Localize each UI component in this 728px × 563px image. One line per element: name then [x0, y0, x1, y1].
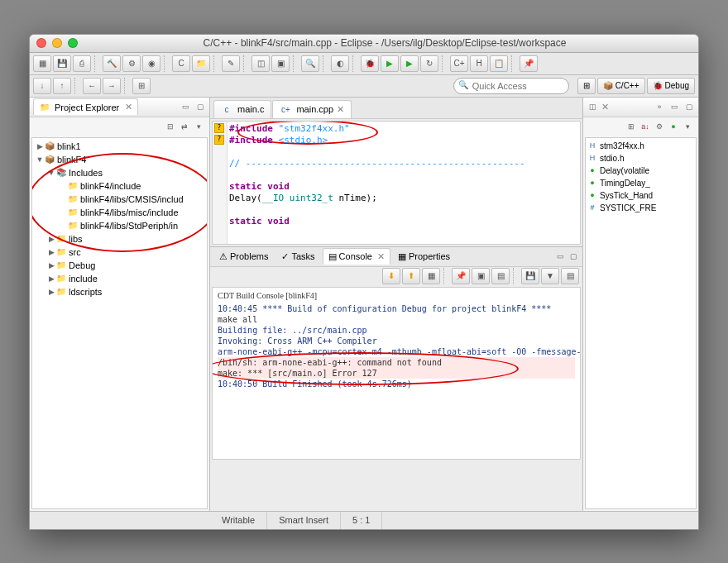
tab-main-cpp[interactable]: c+main.cpp✕: [272, 100, 352, 118]
folder-icon: 📁: [55, 273, 67, 284]
quick-access-input[interactable]: [453, 78, 569, 94]
new-class-button[interactable]: C: [172, 55, 190, 72]
console-header: CDT Build Console [blinkF4]: [218, 291, 575, 300]
new-button[interactable]: ▦: [33, 55, 51, 72]
next-annotation-button[interactable]: ↓: [33, 78, 51, 94]
console-output[interactable]: CDT Build Console [blinkF4] 10:40:45 ***…: [212, 287, 581, 460]
new-console-button[interactable]: ▤: [561, 268, 579, 284]
close-icon[interactable]: ✕: [377, 251, 385, 262]
collapse-all-button[interactable]: ⊟: [165, 121, 176, 132]
eclipse-window: C/C++ - blinkF4/src/main.cpp - Eclipse -…: [29, 34, 699, 530]
tab-main-c[interactable]: cmain.c: [213, 100, 271, 118]
debug-perspective-button[interactable]: 🐞Debug: [647, 78, 695, 94]
menu-button[interactable]: ▾: [682, 121, 693, 132]
libs-folder[interactable]: ▶📁libs: [32, 232, 207, 246]
outline-item[interactable]: ●TimingDelay_: [587, 177, 694, 189]
include-folder[interactable]: ▶📁include: [32, 272, 207, 285]
project-explorer-toolbar: ⊟ ⇄ ▾: [30, 117, 209, 136]
back-button[interactable]: ←: [83, 78, 101, 94]
save-console-button[interactable]: 💾: [521, 268, 539, 284]
minimize-view-button[interactable]: ▭: [180, 101, 191, 112]
titlebar: C/C++ - blinkF4/src/main.cpp - Eclipse -…: [30, 35, 698, 53]
build-button[interactable]: 🔨: [103, 55, 121, 72]
status-position: 5 : 1: [341, 512, 382, 529]
alpha-sort-button[interactable]: a↓: [639, 121, 651, 132]
include-path-0[interactable]: 📁blinkF4/include: [32, 179, 207, 193]
minimize-window-button[interactable]: [52, 38, 62, 48]
outline-item[interactable]: Hstdio.h: [587, 152, 694, 165]
editor-area[interactable]: ? ? #include "stm32f4xx.h" #include <std…: [212, 121, 581, 245]
hide-static-button[interactable]: ●: [668, 121, 679, 132]
pin-button[interactable]: 📌: [520, 55, 538, 72]
debug-button[interactable]: 🐞: [361, 55, 379, 72]
sort-button[interactable]: ⊞: [625, 121, 637, 132]
tab-properties[interactable]: ▦Properties: [392, 248, 456, 265]
tab-console[interactable]: ▤Console✕: [323, 248, 390, 265]
search-button[interactable]: 🔍: [301, 55, 319, 72]
minimize-view-button[interactable]: ▭: [668, 101, 680, 112]
outline-item[interactable]: #SYSTICK_FRE: [587, 202, 694, 214]
display-console-button[interactable]: ▣: [472, 268, 490, 284]
maximize-view-button[interactable]: ▢: [568, 250, 579, 262]
maximize-view-button[interactable]: ▢: [194, 101, 206, 112]
open-type-button[interactable]: ◫: [251, 55, 270, 72]
annotate-button[interactable]: ◐: [331, 55, 349, 72]
editor-presentation-button[interactable]: ⊞: [132, 78, 151, 94]
build-config-button[interactable]: ⚙: [122, 55, 141, 72]
view-menu-button[interactable]: ▾: [193, 121, 204, 132]
include-path-2[interactable]: 📁blinkF4/libs/misc/include: [32, 206, 207, 219]
open-task-button[interactable]: 📋: [490, 55, 508, 72]
new-folder-button[interactable]: 📁: [192, 55, 210, 72]
open-perspective-button[interactable]: ⊞: [577, 78, 596, 94]
view-more-button[interactable]: »: [654, 101, 665, 112]
close-icon[interactable]: ✕: [601, 102, 609, 112]
save-all-button[interactable]: ⎙: [73, 55, 91, 72]
pin-console-button[interactable]: 📌: [452, 268, 470, 284]
new-header-button[interactable]: H: [470, 55, 488, 72]
show-error-button[interactable]: ⬆: [402, 268, 420, 284]
ldscripts-folder[interactable]: ▶📁ldscripts: [32, 285, 207, 298]
hide-fields-button[interactable]: ⚙: [654, 121, 665, 132]
forward-button[interactable]: →: [103, 78, 121, 94]
save-button[interactable]: 💾: [53, 55, 71, 72]
cpp-perspective-button[interactable]: 📦C/C++: [597, 78, 645, 94]
maximize-view-button[interactable]: ▢: [683, 101, 695, 112]
src-folder[interactable]: ▶📁src: [32, 246, 207, 259]
console-line: 10:40:50 Build Finished (took 4s.726ms): [218, 379, 575, 389]
open-console-button[interactable]: ▤: [491, 268, 510, 284]
warning-marker[interactable]: ?: [214, 123, 224, 133]
toggle-mark-button[interactable]: ✎: [222, 55, 240, 72]
outline-item[interactable]: ●Delay(volatile: [587, 165, 694, 177]
tab-problems[interactable]: ⚠Problems: [213, 248, 274, 265]
project-explorer-tab[interactable]: 📁 Project Explorer ✕: [33, 98, 138, 115]
prev-annotation-button[interactable]: ↑: [53, 78, 71, 94]
project-blinkf4[interactable]: ▼📦blinkF4: [32, 153, 207, 166]
includes-node[interactable]: ▼📚Includes: [32, 166, 207, 179]
switch-console-button[interactable]: ▼: [541, 268, 559, 284]
debug-folder[interactable]: ▶📁Debug: [32, 259, 207, 272]
close-icon[interactable]: ✕: [337, 104, 344, 115]
open-element-button[interactable]: ▣: [271, 55, 290, 72]
include-path-3[interactable]: 📁blinkF4/libs/StdPeriph/in: [32, 219, 207, 232]
outline-item[interactable]: Hstm32f4xx.h: [587, 140, 694, 152]
close-icon[interactable]: ✕: [125, 102, 132, 112]
build-target-button[interactable]: ◉: [142, 55, 160, 72]
warning-marker[interactable]: ?: [214, 135, 224, 145]
link-editor-button[interactable]: ⇄: [179, 121, 190, 132]
tab-tasks[interactable]: ✓Tasks: [275, 248, 320, 265]
project-blink1[interactable]: ▶📦blink1: [32, 140, 207, 153]
scroll-lock-button[interactable]: ⬇: [382, 268, 400, 284]
minimize-view-button[interactable]: ▭: [554, 250, 566, 262]
run-last-button[interactable]: ↻: [420, 55, 438, 72]
run-button[interactable]: ▶: [381, 55, 399, 72]
outline-item[interactable]: ●SysTick_Hand: [587, 189, 694, 202]
editor-content[interactable]: #include "stm32f4xx.h" #include <stdio.h…: [229, 123, 578, 227]
clear-console-button[interactable]: ▦: [422, 268, 440, 284]
tasks-icon: ✓: [281, 251, 289, 262]
profile-button[interactable]: ▶: [400, 55, 419, 72]
include-path-1[interactable]: 📁blinkF4/libs/CMSIS/includ: [32, 193, 207, 206]
zoom-window-button[interactable]: [68, 38, 78, 48]
close-window-button[interactable]: [36, 38, 46, 48]
new-cpp-button[interactable]: C+: [450, 55, 468, 72]
separator: [213, 55, 218, 72]
